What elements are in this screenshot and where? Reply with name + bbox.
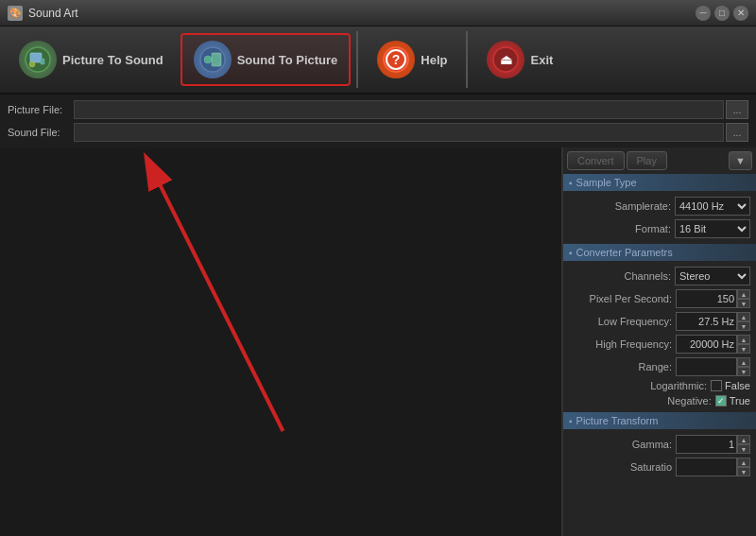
picture-file-browse-button[interactable]: ... (726, 100, 748, 119)
low-frequency-up[interactable]: ▲ (737, 312, 750, 321)
play-button[interactable]: Play (627, 151, 667, 170)
high-frequency-label: High Frequency: (569, 338, 672, 350)
converter-params-content: Channels: Stereo Mono Pixel Per Second: … (563, 261, 756, 412)
sound-to-picture-label: Sound To Picture (237, 53, 338, 67)
high-frequency-up[interactable]: ▲ (737, 335, 750, 344)
range-up[interactable]: ▲ (737, 357, 750, 367)
sample-type-collapse-icon: ▪ (569, 178, 573, 188)
main-area: Convert Play ▼ ▪ Sample Type Samplerate:… (0, 147, 756, 536)
sound-to-picture-button[interactable]: Sound To Picture (180, 33, 352, 86)
app-icon: 🎨 (8, 6, 23, 21)
saturation-spinner[interactable]: ▲ ▼ (737, 458, 750, 476)
toolbar-separator-2 (466, 31, 468, 88)
logarithmic-label: Logarithmic: (569, 380, 707, 391)
high-frequency-input[interactable] (676, 335, 737, 354)
more-button[interactable]: ▼ (729, 151, 752, 170)
more-icon: ▼ (735, 155, 746, 166)
channels-label: Channels: (569, 270, 671, 282)
help-icon: ? (377, 41, 415, 78)
control-buttons: Convert Play ▼ (563, 147, 756, 174)
converter-params-collapse-icon: ▪ (569, 248, 573, 258)
picture-file-input[interactable] (74, 100, 724, 119)
exit-button[interactable]: ⏏ Exit (473, 33, 566, 86)
svg-rect-3 (41, 59, 44, 64)
help-label: Help (421, 53, 447, 67)
picture-transform-collapse-icon: ▪ (569, 416, 573, 426)
help-button[interactable]: ? Help (364, 33, 460, 86)
negative-row: Negative: ✓ True (563, 393, 756, 408)
svg-rect-1 (30, 53, 42, 62)
samplerate-select[interactable]: 44100 Hz 22050 Hz 11025 Hz 8000 Hz (675, 197, 750, 216)
negative-checkbox[interactable]: ✓ (715, 395, 727, 406)
exit-label: Exit (530, 53, 553, 67)
pixel-per-second-input[interactable] (676, 289, 737, 308)
logarithmic-checkbox[interactable] (711, 380, 722, 391)
low-frequency-row: Low Frequency: ▲ ▼ (563, 310, 756, 333)
converter-params-header[interactable]: ▪ Converter Parametrs (563, 244, 756, 261)
picture-to-sound-icon (19, 41, 57, 78)
saturation-down[interactable]: ▼ (737, 467, 750, 476)
high-frequency-down[interactable]: ▼ (737, 344, 750, 354)
exit-icon: ⏏ (487, 41, 524, 78)
saturation-row: Saturatio ▲ ▼ (563, 456, 756, 478)
instruction-arrow (0, 147, 561, 536)
channels-row: Channels: Stereo Mono (563, 265, 756, 287)
svg-rect-6 (212, 53, 221, 66)
logarithmic-text: False (725, 380, 750, 391)
gamma-input[interactable] (676, 435, 737, 454)
pixel-per-second-label: Pixel Per Second: (569, 293, 672, 304)
format-label: Format: (569, 223, 671, 234)
gamma-row: Gamma: ▲ ▼ (563, 433, 756, 456)
sound-file-browse-button[interactable]: ... (726, 123, 748, 142)
logarithmic-row: Logarithmic: False (563, 378, 756, 393)
samplerate-label: Samplerate: (569, 200, 671, 212)
pixel-per-second-row: Pixel Per Second: ▲ ▼ (563, 287, 756, 310)
range-label: Range: (569, 361, 672, 372)
sound-file-label: Sound File: (8, 127, 74, 138)
picture-transform-content: Gamma: ▲ ▼ Saturatio ▲ ▼ (563, 429, 756, 482)
minimize-button[interactable]: ─ (696, 6, 711, 21)
format-row: Format: 16 Bit 8 Bit 32 Bit (563, 217, 756, 240)
channels-select[interactable]: Stereo Mono (675, 267, 750, 285)
sample-type-header[interactable]: ▪ Sample Type (563, 174, 756, 191)
picture-transform-header[interactable]: ▪ Picture Transform (563, 412, 756, 429)
sample-type-title: Sample Type (576, 177, 637, 188)
right-panel: Convert Play ▼ ▪ Sample Type Samplerate:… (562, 147, 756, 536)
saturation-up[interactable]: ▲ (737, 458, 750, 467)
gamma-up[interactable]: ▲ (737, 435, 750, 444)
format-select[interactable]: 16 Bit 8 Bit 32 Bit (675, 219, 750, 238)
pixel-per-second-up[interactable]: ▲ (737, 289, 750, 299)
svg-text:⏏: ⏏ (500, 52, 513, 67)
sound-to-picture-icon (194, 41, 232, 78)
convert-button[interactable]: Convert (567, 151, 625, 170)
window-title: Sound Art (28, 7, 692, 20)
saturation-label: Saturatio (569, 461, 672, 473)
negative-value: ✓ True (715, 395, 750, 406)
saturation-input[interactable] (676, 458, 737, 476)
picture-to-sound-label: Picture To Sound (62, 53, 163, 67)
sound-file-input[interactable] (74, 123, 724, 142)
svg-line-17 (156, 176, 284, 431)
range-input[interactable] (676, 357, 737, 376)
picture-file-label: Picture File: (8, 104, 74, 115)
close-button[interactable]: ✕ (733, 6, 748, 21)
range-spinner[interactable]: ▲ ▼ (737, 357, 750, 376)
pixel-per-second-spinner[interactable]: ▲ ▼ (737, 289, 750, 308)
sound-file-row: Sound File: ... (0, 121, 756, 144)
picture-to-sound-button[interactable]: Picture To Sound (6, 33, 177, 86)
picture-transform-title: Picture Transform (576, 415, 659, 426)
gamma-down[interactable]: ▼ (737, 444, 750, 454)
high-frequency-spinner[interactable]: ▲ ▼ (737, 335, 750, 354)
maximize-button[interactable]: □ (714, 6, 730, 21)
range-down[interactable]: ▼ (737, 367, 750, 376)
gamma-spinner[interactable]: ▲ ▼ (737, 435, 750, 454)
low-frequency-down[interactable]: ▼ (737, 321, 750, 331)
low-frequency-spinner[interactable]: ▲ ▼ (737, 312, 750, 331)
picture-file-row: Picture File: ... (0, 98, 756, 121)
converter-params-title: Converter Parametrs (576, 247, 673, 258)
sample-type-content: Samplerate: 44100 Hz 22050 Hz 11025 Hz 8… (563, 191, 756, 244)
toolbar: Picture To Sound Sound To Picture ? H (0, 26, 756, 95)
pixel-per-second-down[interactable]: ▼ (737, 299, 750, 308)
preview-panel (0, 147, 562, 536)
low-frequency-input[interactable] (676, 312, 737, 331)
